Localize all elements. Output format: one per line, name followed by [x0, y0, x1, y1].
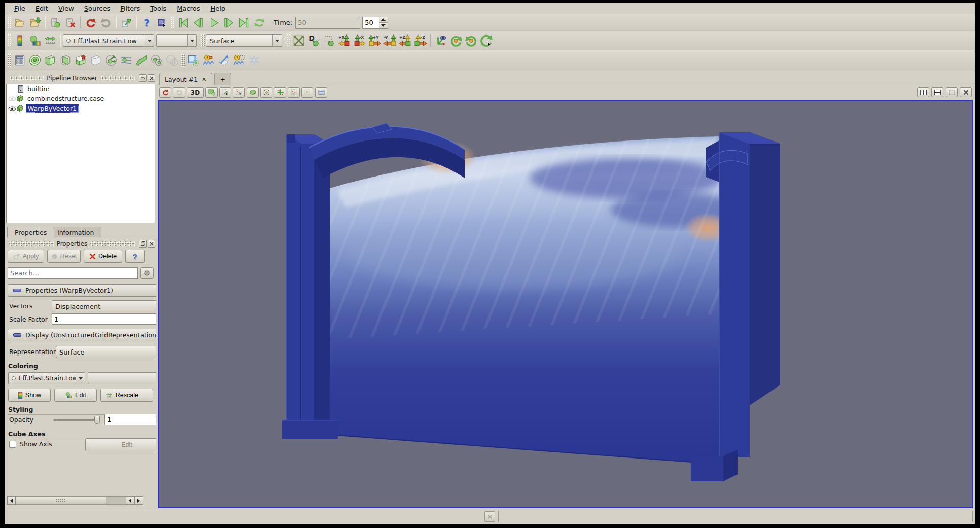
- camera-minus-x-button[interactable]: -X: [352, 33, 367, 48]
- mode-3d-button[interactable]: 3D: [187, 87, 204, 98]
- threshold-filter-button[interactable]: [73, 53, 88, 68]
- toolbar-handle[interactable]: [181, 54, 185, 67]
- split-horizontal-button[interactable]: [917, 87, 929, 97]
- edit-color-map-button[interactable]: [27, 33, 43, 48]
- extract-subset-filter-button[interactable]: [88, 53, 103, 68]
- scroll-left-button[interactable]: [7, 496, 16, 505]
- interactive-select-cells-button[interactable]: [260, 87, 272, 98]
- coloring-array-combo[interactable]: Eff.Plast.Strain.Low: [8, 372, 85, 384]
- menu-view[interactable]: View: [53, 4, 79, 13]
- menu-tools[interactable]: Tools: [145, 4, 171, 13]
- clip-filter-button[interactable]: [43, 53, 58, 68]
- combo-dropdown-button[interactable]: [187, 35, 196, 46]
- dock-float-button[interactable]: [139, 74, 147, 82]
- calculator-filter-button[interactable]: [12, 53, 27, 68]
- show-center-axes-button[interactable]: [433, 33, 448, 48]
- coloring-component-combo[interactable]: [88, 372, 156, 384]
- split-vertical-button[interactable]: [931, 87, 943, 97]
- toolbar-handle[interactable]: [286, 34, 290, 47]
- opacity-slider[interactable]: [53, 416, 100, 424]
- rescale-button-panel[interactable]: Rescale: [100, 389, 153, 402]
- toolbar-handle[interactable]: [170, 16, 174, 29]
- first-frame-button[interactable]: [176, 15, 191, 30]
- new-layout-tab[interactable]: +: [214, 73, 231, 85]
- hover-cells-button[interactable]: [288, 87, 300, 98]
- maximize-view-button[interactable]: [946, 87, 958, 97]
- edit-cube-axes-button[interactable]: Edit: [85, 438, 156, 451]
- dock-close-button[interactable]: [148, 74, 155, 82]
- representation-combo[interactable]: Surface: [206, 34, 282, 47]
- color-array-combo[interactable]: Eff.Plast.Strain.Low: [63, 34, 154, 47]
- color-component-combo[interactable]: [156, 34, 197, 47]
- group-datasets-filter-button[interactable]: [149, 53, 164, 68]
- camera-minus-y-button[interactable]: -Y: [382, 33, 398, 48]
- glyph-filter-button[interactable]: [103, 53, 119, 68]
- hover-points-button[interactable]: [301, 87, 313, 98]
- vectors-combo[interactable]: Displacement: [52, 300, 156, 312]
- time-spin-input[interactable]: [362, 17, 379, 29]
- play-button[interactable]: [206, 15, 221, 30]
- apply-button[interactable]: Apply: [8, 250, 44, 263]
- menu-filters[interactable]: Filters: [115, 4, 145, 13]
- tree-row[interactable]: WarpByVector1: [7, 103, 155, 113]
- slider-track[interactable]: [53, 419, 100, 421]
- tab-information[interactable]: Information: [50, 227, 101, 237]
- reset-camera-button[interactable]: [291, 33, 306, 48]
- scrollbar-thumb[interactable]: [16, 497, 106, 504]
- extract-selection-button[interactable]: [186, 53, 201, 68]
- menu-macros[interactable]: Macros: [171, 4, 205, 13]
- zoom-to-data-button[interactable]: D: [306, 33, 322, 48]
- show-axis-checkbox[interactable]: [9, 441, 16, 448]
- camera-minus-z-button[interactable]: -Z: [413, 33, 428, 48]
- menu-help[interactable]: Help: [205, 4, 230, 13]
- panel-help-button[interactable]: ?: [125, 250, 145, 263]
- connect-server-button[interactable]: [48, 15, 63, 30]
- time-spin-down-button[interactable]: [379, 23, 388, 28]
- undo-button[interactable]: [83, 15, 98, 30]
- interactive-select-points-button[interactable]: [274, 87, 286, 98]
- show-color-legend-button[interactable]: Show: [8, 389, 51, 402]
- toolbar-handle[interactable]: [7, 16, 11, 29]
- select-points-on-surface-button[interactable]: [219, 87, 231, 98]
- loop-button[interactable]: [252, 15, 267, 30]
- delete-button[interactable]: Delete: [84, 250, 122, 263]
- opacity-input[interactable]: [104, 414, 156, 425]
- last-frame-button[interactable]: [236, 15, 252, 30]
- search-options-button[interactable]: [140, 267, 154, 279]
- redo-button[interactable]: [98, 15, 114, 30]
- contour-filter-button[interactable]: [27, 53, 43, 68]
- menu-file[interactable]: File: [9, 4, 30, 13]
- reset-button[interactable]: Reset: [47, 250, 81, 263]
- toggle-color-legend-button[interactable]: [12, 33, 27, 48]
- camera-plus-y-button[interactable]: +Y: [367, 33, 382, 48]
- open-file-button[interactable]: [12, 15, 27, 30]
- visibility-eye-icon[interactable]: [8, 96, 16, 101]
- scrollbar-track[interactable]: [16, 496, 126, 505]
- pipeline-browser-tree[interactable]: builtin: combinedstructure.case WarpByVe…: [6, 84, 155, 223]
- combo-dropdown-button[interactable]: [272, 35, 282, 46]
- plot-selection-over-time-button[interactable]: [231, 53, 247, 68]
- panel-horizontal-scrollbar[interactable]: [7, 496, 143, 505]
- section-display[interactable]: Display (UnstructuredGridRepresentation): [8, 329, 156, 341]
- search-input[interactable]: [8, 267, 138, 279]
- tab-properties[interactable]: Properties: [7, 227, 54, 238]
- menu-edit[interactable]: Edit: [30, 4, 53, 13]
- disconnect-server-button[interactable]: [63, 15, 78, 30]
- abort-progress-button[interactable]: [484, 511, 495, 522]
- combo-dropdown-button[interactable]: [76, 373, 85, 384]
- load-state-button[interactable]: [27, 15, 43, 30]
- pick-center-button[interactable]: [154, 15, 169, 30]
- tab-close-icon[interactable]: ✕: [202, 76, 206, 83]
- toggle-interaction-mode-button[interactable]: [315, 87, 327, 98]
- auto-apply-button[interactable]: [119, 15, 134, 30]
- rotate-90-ccw-button[interactable]: [464, 33, 479, 48]
- help-button[interactable]: ?: [139, 15, 154, 30]
- select-cells-on-surface-button[interactable]: [205, 87, 218, 98]
- tree-row[interactable]: combinedstructure.case: [7, 94, 155, 103]
- plot-over-time-button[interactable]: [201, 53, 216, 68]
- scale-factor-input[interactable]: [52, 313, 156, 325]
- menu-sources[interactable]: Sources: [79, 4, 115, 13]
- pipeline-item-combinedstructure[interactable]: combinedstructure.case: [26, 95, 106, 102]
- combo-dropdown-button[interactable]: [145, 35, 154, 46]
- stream-tracer-filter-button[interactable]: [119, 53, 134, 68]
